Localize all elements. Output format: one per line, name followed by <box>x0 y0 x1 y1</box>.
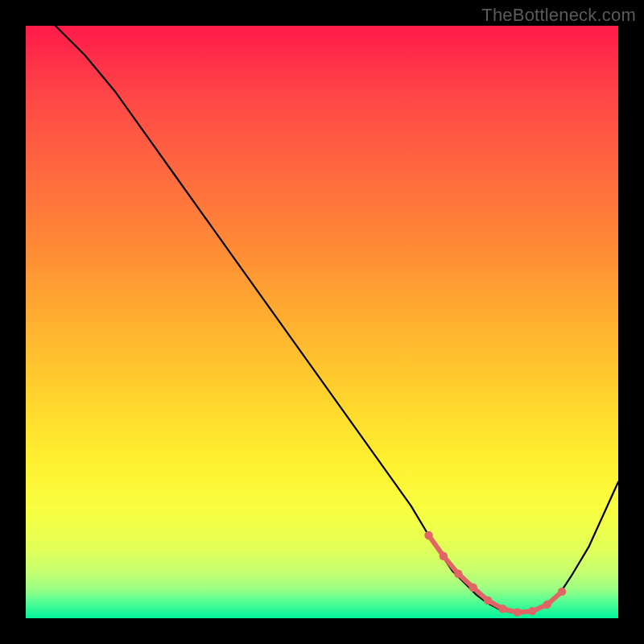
optimal-dot <box>440 552 448 560</box>
bottleneck-curve <box>56 26 618 613</box>
optimal-dot <box>514 608 522 616</box>
optimal-dot <box>528 607 536 615</box>
optimal-dot <box>454 570 462 578</box>
watermark-text: TheBottleneck.com <box>481 5 636 26</box>
optimal-dot <box>469 584 477 592</box>
plot-area <box>26 26 618 618</box>
optimal-dot <box>424 531 432 539</box>
optimal-region <box>424 531 566 617</box>
optimal-dot <box>558 588 566 596</box>
optimal-dot <box>543 601 551 609</box>
chart-svg <box>26 26 618 618</box>
optimal-dot <box>498 605 506 613</box>
chart-stage: TheBottleneck.com <box>0 0 644 644</box>
optimal-dot <box>484 597 492 605</box>
